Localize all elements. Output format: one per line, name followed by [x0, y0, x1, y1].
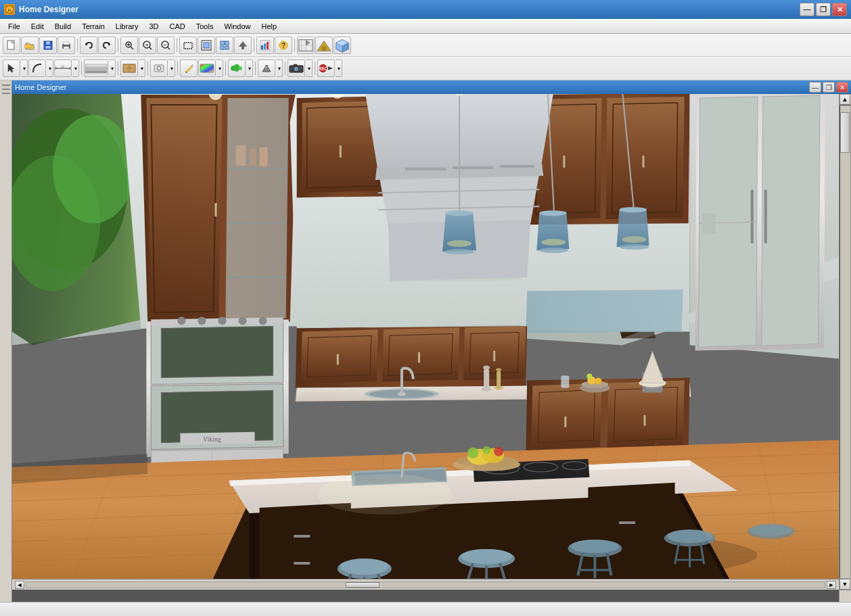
- menu-3d[interactable]: 3D: [143, 21, 164, 32]
- svg-rect-31: [242, 47, 244, 49]
- svg-marker-223: [260, 503, 351, 590]
- camera-button[interactable]: [288, 60, 305, 77]
- measure-button[interactable]: 12': [54, 60, 72, 77]
- scroll-down-arrow[interactable]: ▼: [840, 579, 850, 590]
- svg-rect-10: [64, 47, 69, 49]
- svg-marker-157: [531, 383, 601, 450]
- svg-rect-50: [85, 64, 107, 67]
- menu-cad[interactable]: CAD: [164, 21, 190, 32]
- svg-rect-140: [751, 189, 754, 243]
- svg-rect-227: [618, 521, 635, 524]
- material-button[interactable]: [198, 60, 216, 77]
- vertical-scrollbar[interactable]: ▲ ▼: [839, 94, 851, 590]
- separator-t2-5: [224, 60, 227, 77]
- pencil-button[interactable]: [180, 60, 198, 77]
- terrain-button[interactable]: [258, 60, 275, 77]
- svg-point-192: [444, 249, 474, 254]
- left-panel-grip: [2, 85, 10, 86]
- zoom-button[interactable]: [120, 37, 138, 54]
- svg-rect-51: [85, 68, 107, 70]
- project-button[interactable]: [256, 37, 274, 54]
- help-button[interactable]: ?: [275, 37, 292, 54]
- zoom-in-button[interactable]: +: [139, 37, 156, 54]
- svg-rect-33: [261, 45, 263, 49]
- layer-dropdown[interactable]: ▾: [109, 60, 116, 77]
- menu-terrain[interactable]: Terrain: [76, 21, 110, 32]
- svg-point-66: [235, 68, 239, 72]
- canvas-content[interactable]: Viking: [12, 94, 839, 590]
- toolbar-1: + − ?: [0, 34, 851, 57]
- menu-window[interactable]: Window: [218, 21, 256, 32]
- inner-restore-button[interactable]: ❐: [823, 82, 835, 93]
- cabinet-dropdown[interactable]: ▾: [139, 60, 145, 77]
- svg-rect-95: [214, 203, 216, 216]
- left-panel: [0, 80, 12, 602]
- horizontal-scrollbar[interactable]: ◄ ►: [12, 579, 839, 590]
- fixture-dropdown[interactable]: ▾: [168, 60, 175, 77]
- measure-dropdown[interactable]: ▾: [72, 60, 79, 77]
- undo-button[interactable]: [80, 37, 97, 54]
- scroll-thumb[interactable]: [840, 112, 850, 153]
- menu-build[interactable]: Build: [49, 21, 76, 32]
- fixture-button[interactable]: [150, 60, 168, 77]
- svg-rect-135: [643, 156, 645, 168]
- canvas-area[interactable]: Home Designer — ❐ ✕: [12, 80, 851, 602]
- menu-file[interactable]: File: [3, 21, 26, 32]
- restore-button[interactable]: ❐: [816, 3, 831, 16]
- window-controls: — ❐ ✕: [800, 3, 847, 16]
- menu-help[interactable]: Help: [256, 21, 283, 32]
- inner-minimize-button[interactable]: —: [809, 82, 821, 93]
- save-button[interactable]: [39, 37, 57, 54]
- svg-point-191: [446, 210, 473, 216]
- separator-t2-2: [116, 60, 120, 77]
- cabinet-button[interactable]: [120, 60, 138, 77]
- floor-plan-button[interactable]: [297, 37, 315, 54]
- material-dropdown[interactable]: ▾: [216, 60, 223, 77]
- fit-button[interactable]: [198, 37, 215, 54]
- h-scroll-thumb[interactable]: [346, 582, 380, 588]
- 3d-view-button[interactable]: [334, 37, 351, 54]
- scroll-right-arrow[interactable]: ►: [827, 581, 836, 589]
- camera-dropdown[interactable]: ▾: [306, 60, 313, 77]
- menu-edit[interactable]: Edit: [26, 21, 49, 32]
- svg-rect-23: [184, 43, 192, 49]
- layer-button[interactable]: [84, 60, 108, 77]
- up-button[interactable]: [234, 37, 252, 54]
- inner-close-button[interactable]: ✕: [836, 82, 848, 93]
- terrain-dropdown[interactable]: ▾: [276, 60, 283, 77]
- svg-line-18: [150, 47, 152, 49]
- svg-rect-153: [493, 351, 495, 362]
- fit-all-button[interactable]: [216, 37, 233, 54]
- elevation-view-button[interactable]: [315, 37, 333, 54]
- record-button[interactable]: REC: [317, 60, 335, 77]
- open-button[interactable]: [21, 37, 39, 54]
- separator-t2-4: [176, 60, 179, 77]
- draw-arc-button[interactable]: [28, 60, 46, 77]
- redo-button[interactable]: [98, 37, 116, 54]
- svg-point-201: [619, 207, 646, 212]
- minimize-button[interactable]: —: [800, 3, 814, 16]
- separator-4: [252, 37, 256, 54]
- plant-button[interactable]: [228, 60, 246, 77]
- select-tool-dropdown[interactable]: ▾: [21, 60, 28, 77]
- new-button[interactable]: [3, 37, 20, 54]
- record-dropdown[interactable]: ▾: [336, 60, 342, 77]
- close-button[interactable]: ✕: [832, 3, 847, 16]
- svg-rect-29: [225, 46, 229, 49]
- svg-point-104: [239, 316, 247, 325]
- select-tool-button[interactable]: [3, 60, 20, 77]
- h-scroll-track[interactable]: [26, 582, 825, 588]
- plant-dropdown[interactable]: ▾: [246, 60, 253, 77]
- scroll-left-arrow[interactable]: ◄: [15, 581, 24, 589]
- resize-corner[interactable]: [839, 590, 851, 602]
- print-button[interactable]: [58, 37, 75, 54]
- draw-arc-dropdown[interactable]: ▾: [47, 60, 53, 77]
- menu-library[interactable]: Library: [110, 21, 144, 32]
- scroll-up-arrow[interactable]: ▲: [840, 94, 850, 105]
- svg-point-268: [750, 524, 792, 536]
- scroll-track[interactable]: [840, 105, 851, 579]
- zoom-out-button[interactable]: −: [157, 37, 175, 54]
- menu-tools[interactable]: Tools: [191, 21, 219, 32]
- rectangle-select-button[interactable]: [179, 37, 197, 54]
- svg-text:H: H: [8, 8, 11, 12]
